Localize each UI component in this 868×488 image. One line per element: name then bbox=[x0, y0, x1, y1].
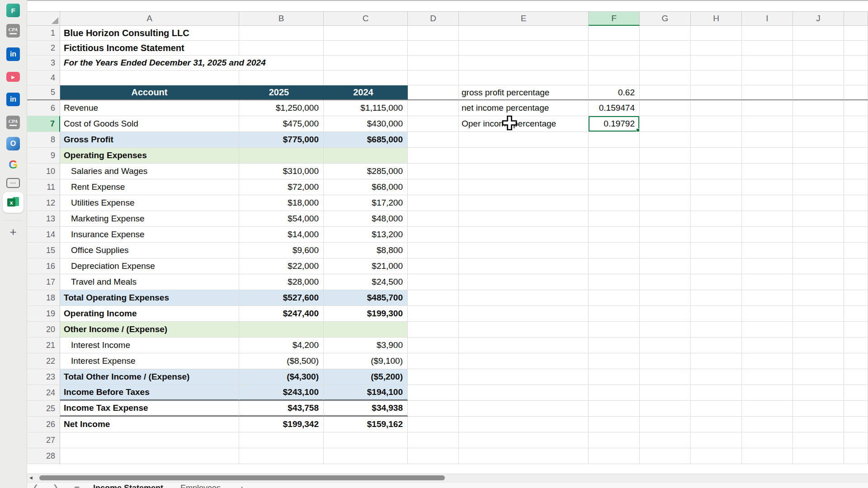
cell-J21[interactable] bbox=[793, 338, 844, 353]
cell-H28[interactable] bbox=[691, 448, 742, 464]
cell-F3[interactable] bbox=[589, 56, 640, 70]
cell-F13[interactable] bbox=[589, 211, 640, 227]
cell-G18[interactable] bbox=[640, 290, 691, 306]
cpa-icon-2[interactable]: CPA bbox=[6, 116, 20, 129]
row-header-28[interactable]: 28 bbox=[27, 448, 60, 464]
cell-F26[interactable] bbox=[589, 417, 640, 432]
cell-C23[interactable]: ($5,200) bbox=[324, 369, 408, 385]
cell-E9[interactable] bbox=[459, 148, 589, 164]
cell-D27[interactable] bbox=[408, 432, 459, 448]
cell-D22[interactable] bbox=[408, 353, 459, 369]
cell-J22[interactable] bbox=[793, 353, 844, 369]
scroll-left-arrow-icon[interactable]: ◄ bbox=[28, 475, 33, 480]
row-header-10[interactable]: 10 bbox=[27, 164, 60, 179]
cell-G23[interactable] bbox=[640, 369, 691, 385]
cell-C14[interactable]: $13,200 bbox=[324, 227, 408, 243]
cell-D16[interactable] bbox=[408, 258, 459, 274]
cell-K10[interactable] bbox=[844, 164, 868, 179]
row-header-19[interactable]: 19 bbox=[27, 306, 60, 322]
cell-K18[interactable] bbox=[844, 290, 868, 306]
cell-H14[interactable] bbox=[691, 227, 742, 243]
cell-J26[interactable] bbox=[793, 417, 844, 432]
cell-H27[interactable] bbox=[691, 432, 742, 448]
cell-H22[interactable] bbox=[691, 353, 742, 369]
cell-D17[interactable] bbox=[408, 274, 459, 290]
forms-icon[interactable]: F bbox=[6, 4, 20, 17]
cell-H20[interactable] bbox=[691, 322, 742, 338]
cell-D25[interactable] bbox=[408, 401, 459, 417]
row-header-20[interactable]: 20 bbox=[27, 322, 60, 338]
cell-H17[interactable] bbox=[691, 274, 742, 290]
cell-C13[interactable]: $48,000 bbox=[324, 211, 408, 227]
cell-G12[interactable] bbox=[640, 195, 691, 211]
row-header-6[interactable]: 6 bbox=[27, 100, 60, 116]
cell-J8[interactable] bbox=[793, 132, 844, 148]
cell-J28[interactable] bbox=[793, 448, 844, 464]
cell-G1[interactable] bbox=[640, 26, 691, 41]
row-header-16[interactable]: 16 bbox=[27, 258, 60, 274]
cell-B2[interactable] bbox=[239, 41, 324, 56]
cell-H25[interactable] bbox=[691, 401, 742, 417]
column-header-D[interactable]: D bbox=[408, 11, 459, 26]
cell-K6[interactable] bbox=[844, 100, 868, 116]
cell-K7[interactable] bbox=[844, 116, 868, 132]
cell-B14[interactable]: $14,000 bbox=[239, 227, 324, 243]
cell-G11[interactable] bbox=[640, 179, 691, 195]
cell-D28[interactable] bbox=[408, 448, 459, 464]
row-header-3[interactable]: 3 bbox=[27, 56, 60, 70]
cell-I4[interactable] bbox=[742, 70, 793, 85]
cell-E5[interactable]: gross profit percentage bbox=[459, 85, 589, 100]
cell-F4[interactable] bbox=[589, 70, 640, 85]
cell-K9[interactable] bbox=[844, 148, 868, 164]
cell-I13[interactable] bbox=[742, 211, 793, 227]
cell-J1[interactable] bbox=[793, 26, 844, 41]
cell-D10[interactable] bbox=[408, 164, 459, 179]
cell-E22[interactable] bbox=[459, 353, 589, 369]
cell-D18[interactable] bbox=[408, 290, 459, 306]
cell-A22[interactable]: Interest Expense bbox=[60, 353, 239, 369]
google-icon[interactable]: G bbox=[6, 158, 20, 171]
row-header-8[interactable]: 8 bbox=[27, 132, 60, 148]
row-header-2[interactable]: 2 bbox=[27, 41, 60, 56]
cell-F5[interactable]: 0.62 bbox=[589, 85, 640, 100]
cell-C1[interactable] bbox=[324, 26, 408, 41]
cell-E14[interactable] bbox=[459, 227, 589, 243]
cell-A27[interactable] bbox=[60, 432, 239, 448]
cell-C12[interactable]: $17,200 bbox=[324, 195, 408, 211]
cell-K15[interactable] bbox=[844, 243, 868, 258]
column-header-H[interactable]: H bbox=[691, 11, 742, 26]
cell-K14[interactable] bbox=[844, 227, 868, 243]
cell-F15[interactable] bbox=[589, 243, 640, 258]
cell-I6[interactable] bbox=[742, 100, 793, 116]
cell-B11[interactable]: $72,000 bbox=[239, 179, 324, 195]
cell-G8[interactable] bbox=[640, 132, 691, 148]
cell-G26[interactable] bbox=[640, 417, 691, 432]
cell-E25[interactable] bbox=[459, 401, 589, 417]
cell-J4[interactable] bbox=[793, 70, 844, 85]
cell-I16[interactable] bbox=[742, 258, 793, 274]
row-header-18[interactable]: 18 bbox=[27, 290, 60, 306]
cell-H15[interactable] bbox=[691, 243, 742, 258]
cell-B26[interactable]: $199,342 bbox=[239, 417, 324, 432]
cell-B1[interactable] bbox=[239, 26, 324, 41]
cell-I17[interactable] bbox=[742, 274, 793, 290]
cell-A2[interactable]: Fictitious Income Statement bbox=[60, 41, 239, 56]
row-header-15[interactable]: 15 bbox=[27, 243, 60, 258]
cell-K24[interactable] bbox=[844, 385, 868, 401]
cell-E15[interactable] bbox=[459, 243, 589, 258]
cell-F19[interactable] bbox=[589, 306, 640, 322]
cell-E17[interactable] bbox=[459, 274, 589, 290]
cell-B22[interactable]: ($8,500) bbox=[239, 353, 324, 369]
cell-B5[interactable]: 2025 bbox=[239, 85, 324, 100]
cell-H11[interactable] bbox=[691, 179, 742, 195]
cell-F9[interactable] bbox=[589, 148, 640, 164]
row-header-11[interactable]: 11 bbox=[27, 179, 60, 195]
cell-B15[interactable]: $9,600 bbox=[239, 243, 324, 258]
cell-E7[interactable]: Oper income percentage bbox=[459, 116, 589, 132]
cell-G22[interactable] bbox=[640, 353, 691, 369]
cell-F24[interactable] bbox=[589, 385, 640, 401]
cell-B25[interactable]: $43,758 bbox=[239, 401, 324, 417]
cell-D12[interactable] bbox=[408, 195, 459, 211]
cell-H13[interactable] bbox=[691, 211, 742, 227]
cell-A12[interactable]: Utilities Expense bbox=[60, 195, 239, 211]
